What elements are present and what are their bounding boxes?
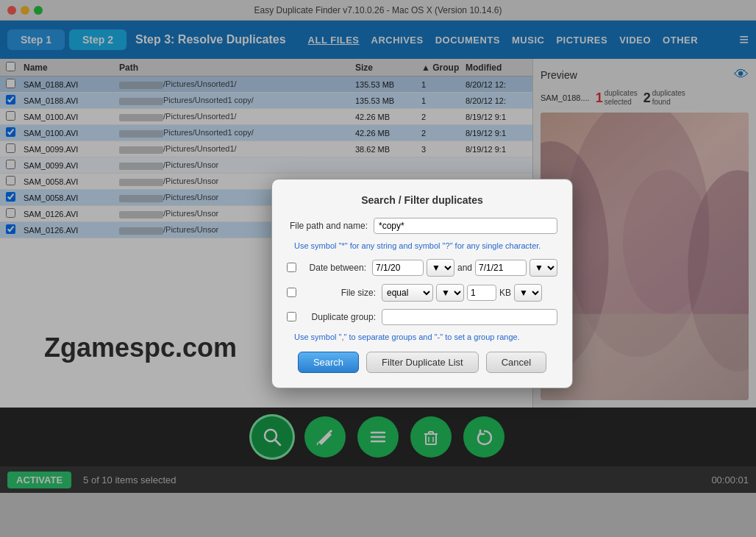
search-filter-modal: Search / Filter duplicates File path and… (271, 179, 573, 388)
duplicate-group-label: Duplicate group: (302, 312, 376, 322)
file-size-group: equal ▼ KB ▼ (382, 284, 557, 302)
date-between-row: Date between: ▼ and ▼ (287, 259, 557, 277)
date-from-input[interactable] (372, 260, 424, 276)
date-to-select[interactable]: ▼ (529, 259, 557, 277)
modal-overlay: Search / Filter duplicates File path and… (0, 0, 756, 537)
file-size-compare-select[interactable]: equal (382, 284, 433, 302)
duplicate-group-checkbox[interactable] (287, 312, 296, 321)
duplicate-group-input[interactable] (382, 309, 557, 325)
file-size-row: File size: equal ▼ KB ▼ (287, 284, 557, 302)
file-path-label: File path and name: (287, 221, 368, 231)
date-between-label: Date between: (302, 263, 366, 273)
file-size-label: File size: (302, 288, 376, 298)
file-size-checkbox[interactable] (287, 288, 296, 297)
date-from-select[interactable]: ▼ (427, 259, 454, 277)
and-label: and (457, 263, 472, 273)
modal-title: Search / Filter duplicates (287, 194, 557, 206)
file-size-compare-arrow[interactable]: ▼ (436, 284, 464, 302)
file-path-input[interactable] (374, 218, 557, 234)
file-size-value-input[interactable] (467, 285, 496, 301)
cancel-button[interactable]: Cancel (486, 352, 546, 373)
modal-buttons: Search Filter Duplicate List Cancel (287, 352, 557, 373)
date-between-checkbox[interactable] (287, 263, 296, 272)
date-group: ▼ and ▼ (372, 259, 557, 277)
file-path-row: File path and name: (287, 218, 557, 234)
search-button[interactable]: Search (298, 352, 359, 373)
file-size-unit-select[interactable]: ▼ (514, 284, 542, 302)
filter-hint: Use symbol "*" for any string and symbol… (287, 241, 557, 250)
file-size-unit: KB (499, 288, 511, 298)
filter-duplicate-list-button[interactable]: Filter Duplicate List (366, 352, 479, 373)
date-to-input[interactable] (475, 260, 527, 276)
group-hint: Use symbol "," to separate groups and "-… (287, 332, 557, 341)
duplicate-group-row: Duplicate group: (287, 309, 557, 325)
